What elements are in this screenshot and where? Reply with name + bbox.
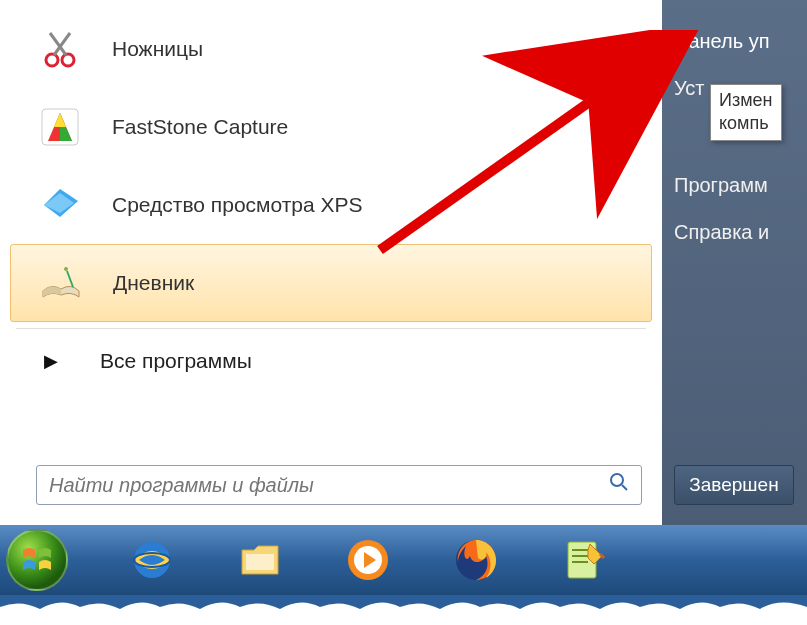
arrow-right-icon: ▶ — [44, 350, 58, 372]
program-label: Средство просмотра XPS — [112, 193, 363, 217]
separator — [16, 328, 646, 329]
taskbar-item-wmp[interactable] — [332, 531, 404, 589]
taskbar — [0, 525, 807, 595]
right-item-help[interactable]: Справка и — [674, 209, 807, 256]
firefox-icon — [452, 536, 500, 584]
media-player-icon — [344, 536, 392, 584]
taskbar-item-explorer[interactable] — [224, 531, 296, 589]
svg-point-0 — [46, 54, 58, 66]
program-label: FastStone Capture — [112, 115, 288, 139]
start-menu: Ножницы FastStone Capture Средство п — [0, 0, 807, 525]
start-menu-left-pane: Ножницы FastStone Capture Средство п — [0, 0, 662, 525]
all-programs-button[interactable]: ▶ Все программы — [0, 335, 662, 387]
right-item-default-programs[interactable]: Программ — [674, 162, 807, 209]
svg-point-10 — [134, 542, 170, 578]
ie-icon — [128, 536, 176, 584]
search-input[interactable] — [49, 474, 609, 497]
folder-icon — [236, 536, 284, 584]
tooltip: Измен компь — [710, 84, 782, 141]
taskbar-item-notepadpp[interactable] — [548, 531, 620, 589]
svg-line-5 — [67, 271, 73, 287]
program-item-snipping-tool[interactable]: Ножницы — [0, 10, 662, 88]
torn-edge — [0, 595, 807, 625]
program-item-faststone[interactable]: FastStone Capture — [0, 88, 662, 166]
program-label: Дневник — [113, 271, 194, 295]
right-item-control-panel[interactable]: Панель уп — [674, 18, 807, 65]
svg-point-1 — [62, 54, 74, 66]
taskbar-item-firefox[interactable] — [440, 531, 512, 589]
program-item-xps-viewer[interactable]: Средство просмотра XPS — [0, 166, 662, 244]
xps-icon — [36, 181, 84, 229]
shutdown-button[interactable]: Завершен — [674, 465, 794, 505]
program-item-journal[interactable]: Дневник — [10, 244, 652, 322]
windows-logo-icon — [17, 540, 57, 580]
svg-line-8 — [622, 485, 627, 490]
start-menu-right-pane: Панель уп Уст Измен компь Программ Справ… — [662, 0, 807, 525]
program-label: Ножницы — [112, 37, 203, 61]
scissors-icon — [36, 25, 84, 73]
svg-point-7 — [611, 474, 623, 486]
start-button[interactable] — [6, 529, 68, 591]
tooltip-line2: компь — [719, 112, 773, 135]
search-row — [0, 455, 662, 515]
journal-icon — [37, 259, 85, 307]
search-icon — [609, 472, 629, 498]
taskbar-item-ie[interactable] — [116, 531, 188, 589]
faststone-icon — [36, 103, 84, 151]
svg-point-6 — [64, 267, 68, 271]
all-programs-label: Все программы — [100, 349, 252, 373]
notepadpp-icon — [560, 536, 608, 584]
tooltip-line1: Измен — [719, 89, 773, 112]
search-box[interactable] — [36, 465, 642, 505]
svg-rect-12 — [246, 554, 274, 570]
